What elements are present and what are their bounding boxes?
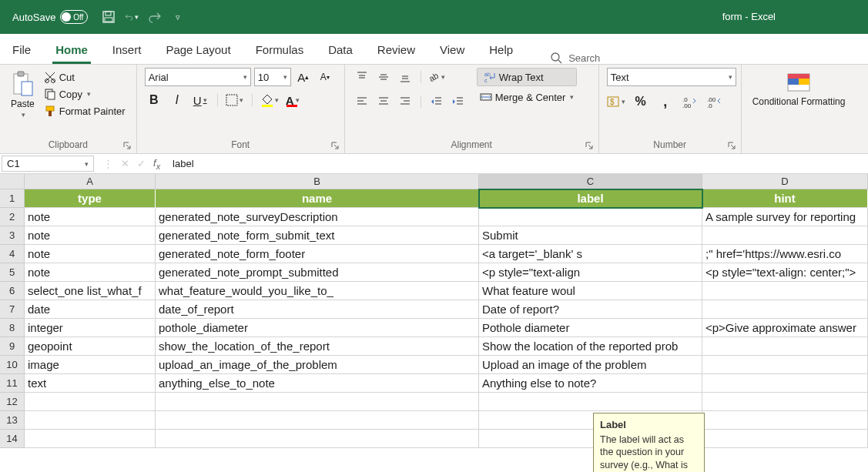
- cell[interactable]: [479, 208, 702, 226]
- launcher-icon[interactable]: [585, 141, 594, 150]
- cell[interactable]: [702, 282, 868, 300]
- cell[interactable]: image: [25, 356, 156, 374]
- row-header[interactable]: 1: [0, 189, 25, 208]
- tab-home[interactable]: Home: [52, 37, 91, 64]
- font-name-combo[interactable]: Arial▾: [145, 68, 251, 86]
- tab-page-layout[interactable]: Page Layout: [163, 37, 233, 64]
- comma-icon[interactable]: ,: [656, 92, 675, 111]
- increase-decimal-icon[interactable]: .0.00: [681, 92, 699, 111]
- undo-icon[interactable]: ▾: [125, 10, 139, 24]
- orientation-icon[interactable]: ab▾: [427, 68, 446, 86]
- cell[interactable]: date_of_report: [156, 300, 479, 319]
- cell[interactable]: geopoint: [25, 337, 156, 356]
- name-box[interactable]: C1▾: [2, 156, 94, 172]
- row-header[interactable]: 14: [0, 430, 25, 448]
- tab-insert[interactable]: Insert: [109, 37, 145, 64]
- cell[interactable]: <a target='_blank' s: [479, 245, 702, 263]
- cell-selected[interactable]: label: [479, 189, 702, 208]
- row-header[interactable]: 11: [0, 374, 25, 393]
- conditional-formatting-button[interactable]: Conditional Formatting: [749, 68, 849, 110]
- cell[interactable]: [479, 393, 702, 411]
- underline-button[interactable]: U▾: [191, 91, 209, 109]
- cell[interactable]: hint: [702, 189, 868, 208]
- toggle-switch[interactable]: Off: [60, 10, 88, 24]
- accounting-format-icon[interactable]: $▾: [607, 92, 625, 111]
- tab-view[interactable]: View: [437, 37, 468, 64]
- fill-color-button[interactable]: ▾: [260, 91, 279, 109]
- cancel-icon[interactable]: ✕: [121, 158, 129, 169]
- increase-font-icon[interactable]: A▴: [294, 68, 313, 86]
- col-header-C[interactable]: C: [479, 174, 702, 189]
- search-box[interactable]: Search: [550, 52, 600, 64]
- merge-center-button[interactable]: Merge & Center▾: [477, 89, 578, 105]
- cell[interactable]: Pothole diameter: [479, 319, 702, 337]
- formula-input[interactable]: [168, 154, 868, 173]
- cell[interactable]: <p style="text-align: [479, 263, 702, 282]
- italic-button[interactable]: I: [168, 91, 186, 109]
- align-top-icon[interactable]: [353, 68, 371, 86]
- autosave-toggle[interactable]: AutoSave Off: [12, 10, 88, 24]
- cell[interactable]: Upload an image of the problem: [479, 356, 702, 374]
- cell[interactable]: A sample survey for reporting: [702, 208, 868, 226]
- tab-review[interactable]: Review: [374, 37, 418, 64]
- wrap-text-button[interactable]: abcWrap Text: [477, 68, 578, 86]
- tab-formulas[interactable]: Formulas: [253, 37, 307, 64]
- col-header-A[interactable]: A: [25, 174, 156, 189]
- bold-button[interactable]: B: [145, 91, 163, 109]
- cell[interactable]: [702, 411, 868, 430]
- cell[interactable]: Show the location of the reported prob: [479, 337, 702, 356]
- cell[interactable]: Submit: [479, 226, 702, 245]
- cell[interactable]: show_the_location_of_the_report: [156, 337, 479, 356]
- align-bottom-icon[interactable]: [396, 68, 414, 86]
- cell[interactable]: [156, 411, 479, 430]
- cell[interactable]: note: [25, 245, 156, 263]
- launcher-icon[interactable]: [330, 141, 340, 150]
- cell[interactable]: what_feature_would_you_like_to_: [156, 282, 479, 300]
- align-right-icon[interactable]: [396, 92, 414, 111]
- increase-indent-icon[interactable]: [449, 92, 468, 111]
- launcher-icon[interactable]: [122, 141, 132, 150]
- cell[interactable]: name: [156, 189, 479, 208]
- row-header[interactable]: 10: [0, 356, 25, 374]
- cell[interactable]: integer: [25, 319, 156, 337]
- select-all-corner[interactable]: [0, 174, 25, 189]
- row-header[interactable]: 9: [0, 337, 25, 356]
- cell[interactable]: [702, 337, 868, 356]
- font-color-button[interactable]: A▾: [283, 91, 302, 109]
- row-header[interactable]: 6: [0, 282, 25, 300]
- cell[interactable]: ;" href='https://www.esri.co: [702, 245, 868, 263]
- cell[interactable]: note: [25, 226, 156, 245]
- cell[interactable]: generated_note_surveyDescription: [156, 208, 479, 226]
- row-header[interactable]: 5: [0, 263, 25, 282]
- cell[interactable]: type: [25, 189, 156, 208]
- cell[interactable]: [156, 393, 479, 411]
- decrease-decimal-icon[interactable]: .00.0: [705, 92, 724, 111]
- align-left-icon[interactable]: [353, 92, 371, 111]
- border-button[interactable]: ▾: [226, 91, 244, 109]
- cell[interactable]: date: [25, 300, 156, 319]
- save-icon[interactable]: [102, 10, 116, 24]
- tab-file[interactable]: File: [9, 37, 34, 64]
- dropdown-icon[interactable]: ⋮: [103, 158, 113, 169]
- format-painter-button[interactable]: Format Painter: [41, 103, 129, 119]
- cut-button[interactable]: Cut: [41, 69, 129, 85]
- redo-icon[interactable]: [148, 10, 162, 24]
- cell[interactable]: Date of report?: [479, 300, 702, 319]
- cell[interactable]: generated_note_prompt_submitted: [156, 263, 479, 282]
- row-header[interactable]: 13: [0, 411, 25, 430]
- cell[interactable]: [702, 393, 868, 411]
- cell[interactable]: [25, 393, 156, 411]
- col-header-D[interactable]: D: [702, 174, 868, 189]
- cell[interactable]: select_one list_what_f: [25, 282, 156, 300]
- cell[interactable]: [702, 300, 868, 319]
- row-header[interactable]: 4: [0, 245, 25, 263]
- decrease-font-icon[interactable]: A▾: [316, 68, 334, 86]
- cell[interactable]: <p>Give approximate answer: [702, 319, 868, 337]
- cell[interactable]: [702, 356, 868, 374]
- decrease-indent-icon[interactable]: [427, 92, 446, 111]
- fx-icon[interactable]: fx: [153, 157, 160, 171]
- tab-data[interactable]: Data: [325, 37, 356, 64]
- cell[interactable]: What feature woul: [479, 282, 702, 300]
- cell[interactable]: [702, 430, 868, 448]
- align-middle-icon[interactable]: [374, 68, 393, 86]
